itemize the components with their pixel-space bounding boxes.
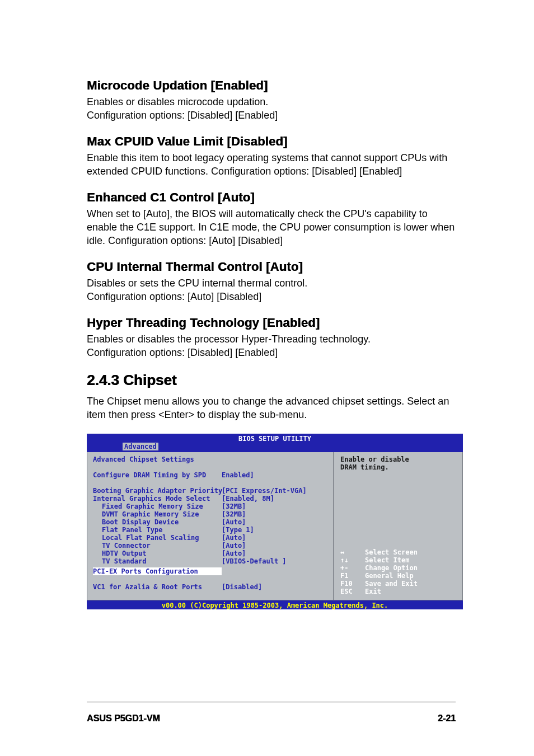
bios-item[interactable]: DVMT Graphic Memory Size[32MB] [93,510,330,518]
option-section: Microcode Updation [Enabled] Enables or … [87,78,456,122]
bios-item-label: DVMT Graphic Memory Size [93,510,222,518]
option-desc: Disables or sets the CPU internal therma… [87,276,456,303]
option-heading: Max CPUID Value Limit [Disabled] [87,134,456,149]
chipset-intro: The Chipset menu allows you to change th… [87,395,456,421]
bios-item[interactable]: Configure DRAM Timing by SPD Enabled] [93,471,330,479]
bios-item[interactable]: Fixed Graphic Memory Size[32MB] [93,503,330,510]
bios-item-value: [PCI Express/Int-VGA] [222,487,307,495]
bios-item-value: [32MB] [222,510,246,518]
legend-row: F1General Help [340,572,458,580]
bios-item-label: TV Standard [93,557,222,565]
legend-val: Select Screen [365,548,418,556]
option-section: Hyper Threading Technology [Enabled] Ena… [87,316,456,359]
bios-right-pane: Enable or disable DRAM timing. ↔Select S… [334,452,462,600]
bios-left-pane: Advanced Chipset Settings Configure DRAM… [87,452,334,600]
bios-item-value: [32MB] [222,503,246,510]
legend-row: ↑↓Select Item [340,556,458,564]
bios-item-label: VC1 for Azalia & Root Ports [93,583,222,591]
bios-item-label: Local Flat Panel Scaling [93,534,222,542]
bios-screenshot: BIOS SETUP UTILITY Advanced Advanced Chi… [87,434,463,609]
bios-item-value: [Auto] [222,550,246,557]
legend-key: +- [340,564,365,572]
bios-item-value: [Type 1] [222,526,254,534]
option-desc: Enable this item to boot legacy operatin… [87,151,456,178]
option-section: Enhanced C1 Control [Auto] When set to [… [87,190,456,247]
bios-item-label: Flat Panel Type [93,526,222,534]
bios-item[interactable]: Local Flat Panel Scaling[Auto] [93,534,330,542]
legend-val: Exit [365,588,381,595]
bios-item-value: [Auto] [222,518,246,526]
chipset-heading: 2.4.3 Chipset [87,372,456,389]
bios-title: BIOS SETUP UTILITY [87,434,463,443]
bios-help-text: Enable or disable DRAM timing. [340,456,458,471]
option-heading: Enhanced C1 Control [Auto] [87,190,456,205]
bios-item[interactable]: Internal Graphics Mode Select[Enabled, 8… [93,495,330,503]
bios-item-label: Fixed Graphic Memory Size [93,503,222,510]
bios-item[interactable]: VC1 for Azalia & Root Ports[Disabled] [93,583,330,591]
bios-left-heading: Advanced Chipset Settings [93,456,222,463]
bios-item-value: [Enabled, 8M] [222,495,274,503]
legend-val: Save and Exit [365,580,418,588]
option-desc: Enables or disables microcode updation. … [87,95,456,122]
legend-key: ↑↓ [340,556,365,564]
legend-row: ↔Select Screen [340,548,458,556]
legend-key: F1 [340,572,365,580]
legend-row: +-Change Option [340,564,458,572]
option-heading: Hyper Threading Technology [Enabled] [87,316,456,330]
bios-item-label: HDTV Output [93,550,222,557]
bios-item-value: [Auto] [222,542,246,550]
bios-item[interactable]: Booting Graphic Adapter Priority[PCI Exp… [93,487,330,495]
bios-item-label: TV Connector [93,542,222,550]
page-footer: ASUS P5GD1-VM 2-21 [87,702,456,724]
bios-item[interactable]: HDTV Output[Auto] [93,550,330,557]
bios-item-value: [Auto] [222,534,246,542]
bios-footer: v00.00 (C)Copyright 1985-2003, American … [87,600,463,609]
bios-item-selected[interactable]: PCI-EX Ports Configuration [93,567,330,575]
option-section: CPU Internal Thermal Control [Auto] Disa… [87,260,456,303]
option-heading: CPU Internal Thermal Control [Auto] [87,260,456,274]
legend-val: General Help [365,572,414,580]
page-footer-model: ASUS P5GD1-VM [87,713,160,724]
bios-item-value: [Disabled] [222,583,262,591]
legend-val: Change Option [365,564,418,572]
bios-item[interactable]: Boot Display Device[Auto] [93,518,330,526]
bios-item-value: Enabled] [222,471,254,479]
bios-item-label: Configure DRAM Timing by SPD [93,471,222,479]
page-footer-pagenum: 2-21 [438,713,456,724]
legend-key: F10 [340,580,365,588]
legend-key: ESC [340,588,365,595]
legend-key: ↔ [340,548,365,556]
legend-row: ESCExit [340,588,458,595]
bios-tab-advanced[interactable]: Advanced [123,443,158,450]
legend-row: F10Save and Exit [340,580,458,588]
bios-item-label: Booting Graphic Adapter Priority [93,487,222,495]
bios-item[interactable]: Flat Panel Type[Type 1] [93,526,330,534]
option-section: Max CPUID Value Limit [Disabled] Enable … [87,134,456,178]
bios-item[interactable]: TV Connector[Auto] [93,542,330,550]
bios-legend: ↔Select Screen ↑↓Select Item +-Change Op… [340,548,458,595]
bios-item-label: Internal Graphics Mode Select [93,495,222,503]
option-desc: When set to [Auto], the BIOS will automa… [87,207,456,247]
option-desc: Enables or disables the processor Hyper-… [87,332,456,359]
bios-item[interactable]: TV Standard[VBIOS-Default ] [93,557,330,565]
bios-item-label: PCI-EX Ports Configuration [93,567,222,575]
bios-tabs: Advanced [87,443,463,452]
bios-item-label: Boot Display Device [93,518,222,526]
bios-item-value: [VBIOS-Default ] [222,557,287,565]
option-heading: Microcode Updation [Enabled] [87,78,456,93]
page-content: Microcode Updation [Enabled] Enables or … [0,0,534,724]
bios-body: Advanced Chipset Settings Configure DRAM… [87,452,463,600]
legend-val: Select Item [365,556,409,564]
